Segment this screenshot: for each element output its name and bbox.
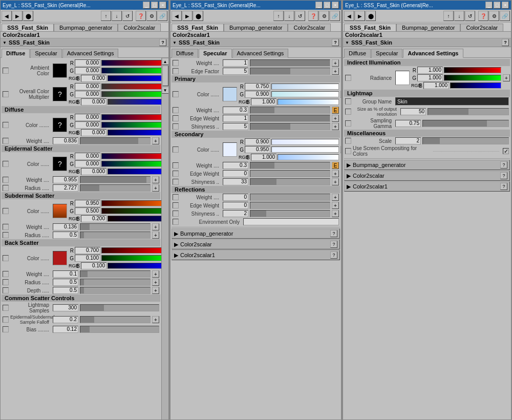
primary-weight-cb[interactable] [173,107,179,113]
shader-tab-color2scalar-1[interactable]: Color2scalar [118,24,161,31]
tb-btn-4[interactable]: ↑ [101,11,111,21]
lightmap-samples-slider[interactable] [80,304,159,311]
spec-weight-slider[interactable] [250,59,330,67]
refl-edge-weight-slider[interactable] [250,202,330,209]
subdermal-weight-cb[interactable] [3,224,9,230]
epidermal-falloff-slider[interactable] [80,316,151,323]
bias-cb[interactable] [3,326,9,332]
color2scalar1-collapse-3[interactable]: ▶ Color2scalar1 ? [344,181,510,192]
overall-cb[interactable] [3,91,9,97]
radiance-r-grad[interactable] [444,67,501,73]
epidermal-falloff-val[interactable]: 0.2 [53,316,78,323]
radiance-add-btn[interactable]: + [503,74,510,81]
close-btn-3[interactable]: × [502,2,509,9]
radiance-g-val[interactable]: 1.000 [417,74,443,81]
shader-tab-color2scalar-2[interactable]: Color2scalar [288,24,331,31]
primary-weight-add[interactable]: E [332,107,339,114]
back-radius-val[interactable]: 0.5 [53,279,78,286]
back-g-val[interactable]: 0.100 [75,255,100,262]
diffuse-color-cb[interactable] [3,122,9,128]
epidermal-b-val[interactable]: 0.000 [81,168,106,175]
radiance-r-val[interactable]: 1.000 [417,67,443,74]
tb2-btn-2[interactable]: ▶ [182,11,193,21]
size-slider[interactable] [428,108,509,115]
shader-tab-bumpmap-2[interactable]: Bumpmap_generator [224,24,288,31]
group-name-input[interactable] [395,97,509,106]
tb-btn-3[interactable]: ⬤ [23,11,33,21]
subdermal-b-grad[interactable] [108,216,161,222]
back-swatch[interactable] [53,251,67,265]
tb3-btn-1[interactable]: ◀ [344,11,354,21]
scale-slider[interactable] [422,137,509,144]
ambient-b-val[interactable]: 0.000 [81,75,106,82]
shader-tab-sss-2[interactable]: SSS_Fast_Skin [172,24,224,31]
ambient-r-val[interactable]: 0.000 [75,59,100,67]
back-weight-add[interactable]: + [152,270,159,278]
refl-edge-weight-val[interactable]: 0 [223,202,248,209]
primary-swatch[interactable] [223,87,237,101]
scroll-up-1[interactable]: ▲ [162,58,169,65]
help-btn-3[interactable]: ? [502,39,509,46]
diffuse-weight-slider[interactable] [80,137,151,144]
sampling-val[interactable]: 0.75 [395,120,421,127]
diffuse-weight-val[interactable]: 0.836 [53,137,78,144]
size-cb[interactable] [345,109,351,115]
shader-tab-bumpmap-3[interactable]: Bumpmap_generator [396,24,460,31]
ambient-r-grad[interactable] [101,60,161,66]
primary-shinyness-val[interactable]: 5 [223,123,248,130]
tab-diffuse-2[interactable]: Diffuse [172,49,198,58]
back-depth-val[interactable]: 0.5 [53,287,78,294]
tab-advanced-1[interactable]: Advanced Settings [62,49,119,58]
secondary-r-val[interactable]: 0.900 [245,138,270,145]
edge-factor-add[interactable]: + [332,68,339,75]
ambient-swatch[interactable] [53,64,67,78]
secondary-shinyness-add[interactable]: + [332,178,339,185]
color2scalar1-help-3[interactable]: ? [500,183,507,190]
diffuse-weight-add[interactable]: + [152,137,159,144]
tb2-btn-4[interactable]: ↑ [273,11,284,21]
minimize-btn-2[interactable]: _ [315,2,323,9]
maximize-btn-2[interactable]: □ [324,2,331,9]
epidermal-radius-slider[interactable] [80,184,151,192]
subdermal-swatch[interactable] [53,204,67,218]
back-weight-cb[interactable] [3,271,9,277]
tab-diffuse-3[interactable]: Diffuse [344,49,371,58]
primary-b-val[interactable]: 1.000 [251,98,276,106]
spec-weight-add[interactable]: + [332,59,339,67]
subdermal-weight-slider[interactable] [80,223,151,230]
tab-advanced-3[interactable]: Advanced Settings [403,49,463,58]
primary-color-cb[interactable] [173,91,179,97]
epidermal-radius-cb[interactable] [3,185,9,191]
tab-specular-2[interactable]: Specular [199,49,231,58]
scale-val[interactable]: 2 [395,137,421,144]
tb-btn-2[interactable]: ▶ [12,11,23,21]
back-b-grad[interactable] [108,263,161,269]
secondary-g-grad[interactable] [271,146,339,153]
back-r-grad[interactable] [101,247,161,254]
edge-factor-slider[interactable] [250,68,330,75]
close-btn-2[interactable]: × [332,2,339,9]
refl-shinyness-slider[interactable] [250,210,330,217]
primary-weight-slider[interactable] [250,107,330,114]
color2scalar1-help-2[interactable]: ? [330,251,337,259]
subdermal-radius-cb[interactable] [3,232,9,238]
primary-r-val[interactable]: 0.750 [245,83,270,90]
epidermal-radius-add[interactable]: + [152,184,159,192]
diffuse-b-grad[interactable] [108,130,161,136]
tb3-btn-8[interactable]: ⚙ [489,11,499,21]
secondary-shinyness-cb[interactable] [173,179,179,185]
subdermal-weight-add[interactable]: + [152,223,159,230]
diffuse-swatch[interactable]: ? [53,118,67,132]
diffuse-b-val[interactable]: 0.000 [81,129,106,136]
epidermal-falloff-cb[interactable] [3,317,9,323]
size-val[interactable]: 50 [400,108,426,115]
diffuse-g-grad[interactable] [101,122,161,128]
epidermal-r-val[interactable]: 0.000 [75,153,100,160]
tb2-btn-1[interactable]: ◀ [172,11,182,21]
tb3-btn-7[interactable]: ❓ [478,11,488,21]
spec-weight-cb[interactable] [173,60,179,66]
tb3-btn-3[interactable]: ⬤ [366,11,376,21]
lightmap-samples-val[interactable]: 300 [53,304,78,311]
maximize-btn-3[interactable]: □ [494,2,501,9]
help-btn-2[interactable]: ? [332,39,339,46]
